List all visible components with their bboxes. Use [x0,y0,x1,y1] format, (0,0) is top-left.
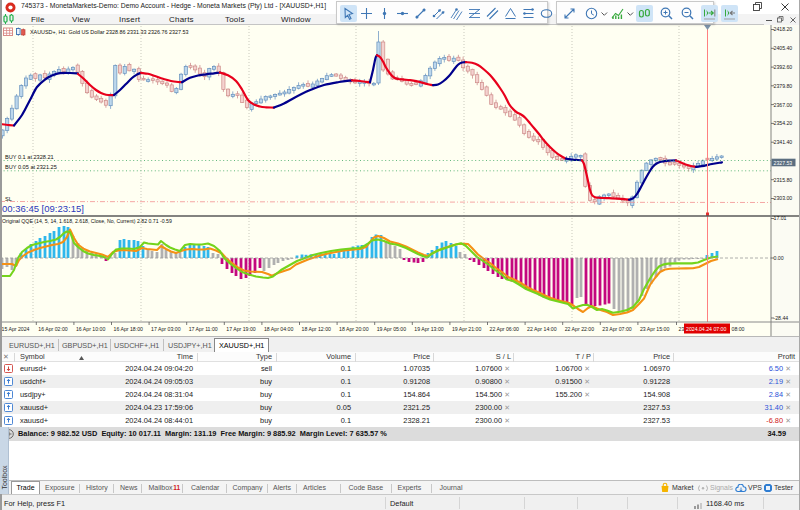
svg-text:-28.44: -28.44 [774,315,789,321]
svg-text:16 Apr 10:00: 16 Apr 10:00 [76,326,106,332]
svg-text:2367.00: 2367.00 [774,102,793,108]
svg-text:17 Apr 11:00: 17 Apr 11:00 [189,326,218,332]
svg-text:2327.53: 2327.53 [774,160,793,166]
svg-text:2303.00: 2303.00 [774,195,793,201]
svg-text:2418.20: 2418.20 [774,26,793,32]
svg-text:2379.80: 2379.80 [774,83,793,89]
svg-text:2405.40: 2405.40 [774,45,793,51]
svg-text:17 Apr 19:00: 17 Apr 19:00 [226,326,256,332]
svg-text:17.01: 17.01 [774,215,787,221]
svg-text:08:00: 08:00 [732,326,745,332]
svg-text:XAUUSD+, H1: Gold US Dollar: XAUUSD+, H1: Gold US Dollar 2328.86 2331… [30,29,188,35]
svg-text:17 Apr 03:00: 17 Apr 03:00 [151,326,181,332]
svg-text:18 Apr 20:00: 18 Apr 20:00 [339,326,369,332]
svg-text:19 Apr 13:00: 19 Apr 13:00 [414,326,444,332]
svg-text:2392.60: 2392.60 [774,64,793,70]
svg-text:18 Apr 04:00: 18 Apr 04:00 [264,326,294,332]
svg-text:16 Apr 18:00: 16 Apr 18:00 [114,326,144,332]
svg-text:BUY 0.1 at 2328.21: BUY 0.1 at 2328.21 [5,154,54,160]
svg-text:19 Apr 21:00: 19 Apr 21:00 [452,326,482,332]
svg-text:2024.04.24 07:00: 2024.04.24 07:00 [686,326,727,332]
svg-text:22 Apr 14:00: 22 Apr 14:00 [527,326,557,332]
svg-text:00:36:45 [09:23:15]: 00:36:45 [09:23:15] [2,203,84,214]
svg-text:0.00: 0.00 [774,255,784,261]
svg-text:16 Apr 02:00: 16 Apr 02:00 [38,326,68,332]
svg-text:23 Apr 15:00: 23 Apr 15:00 [640,326,670,332]
svg-text:19 Apr 05:00: 19 Apr 05:00 [377,326,407,332]
svg-text:2341.40: 2341.40 [774,139,793,145]
svg-text:22 Apr 22:00: 22 Apr 22:00 [565,326,595,332]
svg-text:23 Apr 07:00: 23 Apr 07:00 [602,326,632,332]
svg-text:BUY 0.05 at 2321.25: BUY 0.05 at 2321.25 [5,164,57,170]
svg-text:22 Apr 06:00: 22 Apr 06:00 [490,326,520,332]
svg-text:2354.20: 2354.20 [774,120,793,126]
svg-text:18 Apr 12:00: 18 Apr 12:00 [302,326,332,332]
svg-text:SL: SL [5,196,12,202]
svg-text:15 Apr 2024: 15 Apr 2024 [2,326,30,332]
svg-text:2315.80: 2315.80 [774,177,793,183]
svg-text:Original QQE (14, 5, 14, 1.618: Original QQE (14, 5, 14, 1.618, 2.618, C… [2,218,172,224]
